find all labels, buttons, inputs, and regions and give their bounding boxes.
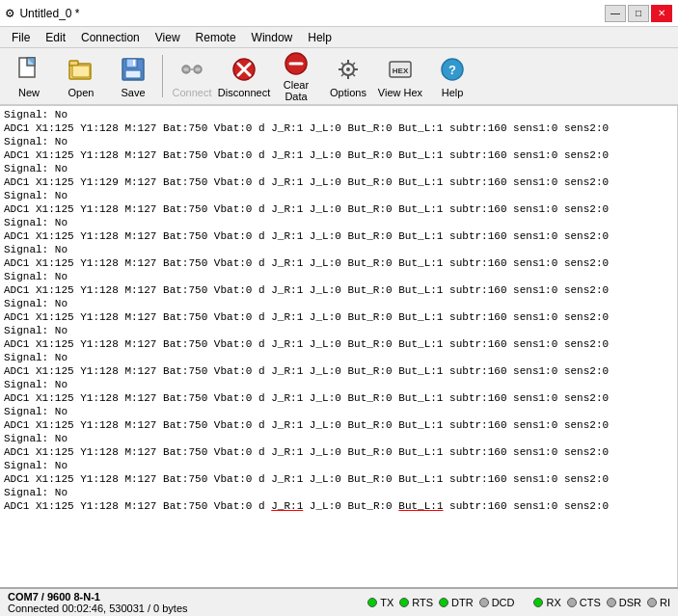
log-line: Signal: No [4, 162, 673, 175]
svg-line-29 [341, 73, 344, 76]
save-icon [118, 54, 149, 85]
save-label: Save [121, 87, 145, 98]
log-line-last-adc: ADC1 X1:125 Y1:128 M:127 Bat:750 Vbat:0 … [4, 499, 673, 513]
log-line: Signal: No [4, 459, 673, 472]
options-button[interactable]: Options [323, 50, 373, 102]
dsr-led [607, 598, 616, 607]
svg-line-28 [352, 63, 355, 66]
log-line: ADC1 X1:125 Y1:128 M:127 Bat:750 Vbat:0 … [4, 310, 673, 324]
log-line: Signal: No [4, 351, 673, 364]
menu-bar: File Edit Connection View Remote Window … [0, 27, 678, 48]
dtr-indicator: DTR [439, 597, 474, 608]
menu-connection[interactable]: Connection [73, 30, 148, 45]
window-title: Untitled_0 * [19, 7, 79, 20]
view-hex-icon: HEX [385, 54, 416, 85]
clear-data-label: Clear Data [272, 79, 320, 102]
dcd-indicator: DCD [479, 597, 515, 608]
log-line: ADC1 X1:125 Y1:128 M:127 Bat:750 Vbat:0 … [4, 148, 673, 162]
title-bar: ⚙ Untitled_0 * — □ ✕ [0, 0, 678, 27]
ri-label: RI [660, 597, 670, 608]
svg-rect-4 [69, 61, 78, 66]
tx-led [367, 598, 377, 607]
status-indicators: TX RTS DTR DCD RX CTS DSR RI [367, 597, 670, 608]
clear-data-button[interactable]: Clear Data [271, 50, 321, 102]
view-hex-label: View Hex [378, 87, 422, 98]
log-line: ADC1 X1:125 Y1:128 M:127 Bat:750 Vbat:0 … [4, 472, 673, 486]
cts-led [567, 598, 577, 607]
rts-indicator: RTS [399, 597, 433, 608]
log-line: Signal: No [4, 189, 673, 202]
svg-point-21 [346, 67, 350, 71]
save-button[interactable]: Save [108, 50, 158, 102]
menu-view[interactable]: View [148, 30, 188, 45]
log-line: ADC1 X1:125 Y1:128 M:127 Bat:750 Vbat:0 … [4, 418, 673, 432]
content-area: Signal: NoADC1 X1:125 Y1:128 M:127 Bat:7… [0, 106, 678, 587]
rx-indicator: RX [533, 597, 560, 608]
menu-remote[interactable]: Remote [188, 30, 244, 45]
log-line: ADC1 X1:125 Y1:128 M:127 Bat:750 Vbat:0 … [4, 337, 673, 351]
new-icon [14, 54, 44, 85]
open-button[interactable]: Open [56, 50, 106, 102]
tx-label: TX [380, 597, 393, 608]
view-hex-button[interactable]: HEX View Hex [375, 50, 425, 102]
cts-label: CTS [580, 597, 601, 608]
port-info: COM7 / 9600 8-N-1 [8, 591, 367, 603]
log-line: Signal: No [4, 135, 673, 148]
log-line: Signal: No [4, 270, 673, 283]
log-line: ADC1 X1:125 Y1:128 M:127 Bat:750 Vbat:0 … [4, 229, 673, 243]
connection-info: Connected 00:02:46, 530031 / 0 bytes [8, 603, 367, 614]
close-button[interactable]: ✕ [651, 5, 672, 22]
connect-button[interactable]: Connect [167, 50, 217, 102]
svg-text:HEX: HEX [393, 67, 409, 75]
menu-file[interactable]: File [4, 30, 38, 45]
rts-led [399, 598, 409, 607]
log-line: Signal: No [4, 108, 673, 121]
maximize-button[interactable]: □ [628, 5, 649, 22]
log-line: Signal: No [4, 216, 673, 229]
new-label: New [18, 87, 40, 98]
toolbar: New Open Save [0, 48, 678, 106]
log-line: Signal: No [4, 297, 673, 310]
log-line: ADC1 X1:125 Y1:128 M:127 Bat:750 Vbat:0 … [4, 445, 673, 459]
svg-rect-13 [183, 67, 189, 71]
help-button[interactable]: ? Help [427, 50, 477, 102]
minimize-button[interactable]: — [605, 5, 626, 22]
rx-label: RX [546, 597, 560, 608]
svg-rect-8 [125, 70, 141, 78]
rx-led [533, 598, 543, 607]
help-icon: ? [437, 54, 468, 85]
open-label: Open [68, 87, 95, 98]
new-button[interactable]: New [4, 50, 54, 102]
open-icon [66, 54, 96, 85]
log-line: ADC1 X1:125 Y1:128 M:127 Bat:750 Vbat:0 … [4, 202, 673, 216]
clear-icon [281, 50, 312, 77]
log-line: ADC1 X1:125 Y1:128 M:127 Bat:750 Vbat:0 … [4, 391, 673, 405]
svg-text:?: ? [448, 63, 456, 77]
toolbar-sep-1 [162, 55, 163, 97]
menu-edit[interactable]: Edit [38, 30, 73, 45]
log-line: ADC1 X1:125 Y1:128 M:127 Bat:750 Vbat:0 … [4, 364, 673, 378]
dcd-led [479, 598, 489, 607]
options-icon [333, 54, 364, 85]
svg-rect-9 [133, 60, 135, 66]
dtr-led [439, 598, 448, 607]
log-line: Signal: No [4, 432, 673, 445]
log-line: Signal: No [4, 324, 673, 337]
ri-led [647, 598, 657, 607]
log-line: ADC1 X1:125 Y1:129 M:127 Bat:750 Vbat:0 … [4, 175, 673, 189]
svg-rect-5 [72, 66, 90, 77]
cts-indicator: CTS [567, 597, 601, 608]
menu-window[interactable]: Window [244, 30, 301, 45]
disconnect-button[interactable]: Disconnect [219, 50, 269, 102]
menu-help[interactable]: Help [300, 30, 339, 45]
log-line: Signal: No [4, 378, 673, 391]
options-label: Options [330, 87, 366, 98]
disconnect-icon [229, 54, 259, 85]
dsr-label: DSR [619, 597, 641, 608]
status-bar: COM7 / 9600 8-N-1 Connected 00:02:46, 53… [0, 587, 678, 616]
svg-rect-14 [195, 67, 201, 71]
log-area[interactable]: Signal: NoADC1 X1:125 Y1:128 M:127 Bat:7… [0, 106, 678, 587]
log-line: Signal: No [4, 243, 673, 256]
dcd-label: DCD [492, 597, 515, 608]
dtr-label: DTR [451, 597, 474, 608]
